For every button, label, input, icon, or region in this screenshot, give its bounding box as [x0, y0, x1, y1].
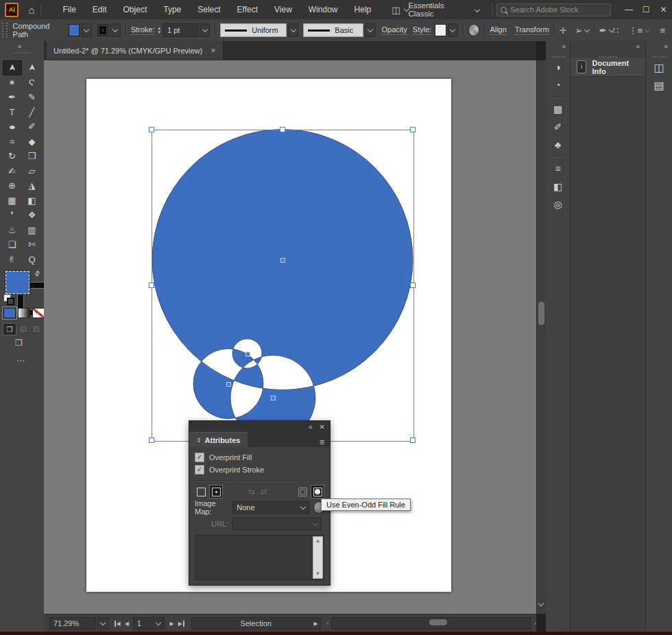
transform-button[interactable]: Transform	[515, 25, 549, 35]
stroke-weight-value[interactable]: 1 pt	[163, 23, 198, 37]
vertical-scrollbar-thumb[interactable]	[538, 302, 544, 325]
align-button[interactable]: Align	[490, 25, 506, 35]
column-graph-tool[interactable]: ▥	[23, 223, 41, 237]
control-panel-menu-icon[interactable]: ≡	[660, 25, 665, 36]
status-display-menu-icon[interactable]: ▶	[314, 621, 318, 627]
vertical-scrollbar[interactable]	[536, 60, 547, 614]
zoom-tool[interactable]: Q	[23, 252, 41, 266]
toolbar-grip[interactable]	[0, 41, 44, 53]
document-info-tab[interactable]: i Document Info	[571, 58, 645, 77]
dont-show-center-button[interactable]	[195, 486, 207, 498]
selection-handle[interactable]	[410, 127, 416, 132]
default-fill-stroke-icon[interactable]	[3, 294, 11, 302]
align-objects-icon[interactable]: ✛	[559, 25, 566, 36]
first-artboard-button[interactable]: ◀	[115, 621, 121, 627]
panel-grip[interactable]	[2, 23, 8, 38]
checkbox[interactable]: ✓	[195, 465, 204, 475]
panel-cycle-icon[interactable]: ⇕	[196, 437, 202, 444]
symbols-panel-icon[interactable]: ♣	[549, 136, 568, 153]
panel-menu-icon[interactable]: ≡	[320, 438, 324, 447]
collapse-toolbar-icon[interactable]: «	[18, 43, 22, 50]
libraries-panel-icon[interactable]: ▤	[649, 77, 669, 93]
selection-bbox[interactable]	[152, 130, 414, 442]
window-maximize-button[interactable]: ☐	[638, 5, 655, 14]
menu-item[interactable]: File	[63, 5, 76, 14]
variable-width-profile-dropdown[interactable]: Uniform	[220, 23, 287, 37]
draw-inside-button[interactable]: ◰	[30, 323, 43, 334]
menu-item[interactable]: Object	[123, 5, 147, 14]
status-display[interactable]: Selection ▶	[191, 617, 321, 630]
stroke-weight-dropdown-button[interactable]	[200, 23, 210, 37]
hand-tool[interactable]: ✌	[3, 252, 21, 266]
zoom-level-field[interactable]: 71.29%	[49, 617, 96, 630]
menu-item[interactable]: Window	[309, 5, 338, 14]
artboard-tool[interactable]: ❏	[3, 238, 21, 252]
tab-attributes[interactable]: ⇕ Attributes	[189, 432, 248, 447]
use-nonzero-winding-fill-rule-button[interactable]	[296, 486, 309, 498]
stroke-weight-label[interactable]: Stroke:	[131, 25, 155, 35]
image-map-dropdown[interactable]: None	[232, 501, 309, 514]
menu-item[interactable]: Effect	[237, 5, 258, 14]
selection-handle[interactable]	[149, 438, 154, 443]
menu-item[interactable]: Edit	[93, 5, 107, 14]
style-dropdown-button[interactable]	[448, 23, 458, 37]
lasso-tool[interactable]: Ϛ	[23, 75, 41, 89]
menu-item[interactable]: View	[274, 5, 292, 14]
app-logo-icon[interactable]: Ai	[5, 3, 19, 17]
scroll-right-icon[interactable]: ›	[534, 620, 536, 627]
use-even-odd-fill-rule-button[interactable]	[311, 485, 324, 499]
dock-grip[interactable]	[646, 55, 672, 58]
color-guide-panel-icon[interactable]: ◔	[549, 77, 568, 93]
opacity-label[interactable]: Opacity	[382, 25, 407, 35]
artboard-number-field[interactable]: 1	[133, 617, 165, 630]
selection-handle[interactable]	[280, 127, 285, 132]
dock-grip[interactable]	[546, 55, 570, 58]
change-screen-mode-icon[interactable]: ❐	[15, 338, 23, 348]
panel-scrollbar[interactable]: ▲ ▼	[313, 536, 323, 579]
transparency-panel-icon[interactable]: ◎	[549, 196, 568, 213]
chevron-down-icon[interactable]	[584, 26, 590, 32]
scroll-down-icon[interactable]: ▼	[315, 571, 321, 577]
brush-definition-dropdown[interactable]: Basic	[303, 23, 363, 37]
select-similar-objects-icon[interactable]: ➢	[575, 25, 582, 36]
selection-tool[interactable]: ➤	[3, 60, 22, 75]
style-swatch[interactable]	[435, 24, 446, 36]
selection-handle[interactable]	[410, 283, 416, 288]
mesh-tool[interactable]: ▦	[3, 193, 21, 207]
stroke-weight-stepper[interactable]: ▴▾	[158, 26, 161, 34]
arrange-documents-icon[interactable]: ◫	[392, 5, 400, 15]
next-artboard-button[interactable]: ▶	[170, 621, 174, 627]
eraser-tool[interactable]: ◆	[23, 134, 41, 148]
collapse-panel-icon[interactable]: «	[309, 423, 313, 431]
fill-dropdown-button[interactable]	[81, 23, 91, 37]
scroll-left-icon[interactable]: ›	[326, 620, 328, 627]
stroke-color-swatch[interactable]	[97, 24, 108, 36]
brush-dropdown-button[interactable]	[365, 23, 375, 37]
stroke-panel-icon[interactable]: ≡	[549, 160, 568, 177]
checkbox[interactable]: ✓	[195, 453, 204, 462]
paintbrush-tool[interactable]: ✐	[23, 120, 41, 134]
collapse-dock-icon[interactable]: «	[664, 43, 668, 50]
home-icon[interactable]: ⌂	[28, 4, 34, 16]
horizontal-scrollbar-thumb[interactable]	[429, 619, 447, 625]
magic-wand-tool[interactable]: ✶	[3, 75, 21, 89]
horizontal-scrollbar[interactable]	[331, 617, 531, 630]
shape-builder-tool[interactable]: ⊕	[3, 179, 21, 193]
blend-tool[interactable]: ❖	[23, 208, 41, 222]
arrange-panel-icon[interactable]: ⋮≡	[628, 25, 643, 36]
selection-handle[interactable]	[149, 283, 154, 288]
collapse-dock-icon[interactable]: «	[562, 43, 566, 50]
color-panel-icon[interactable]: ◑	[549, 59, 568, 75]
last-artboard-button[interactable]: ▶	[178, 621, 184, 627]
tab-close-icon[interactable]: ✕	[211, 47, 216, 54]
canvas-area[interactable]: « ✕ ⇕ Attributes ≡ ✓ Overprint Fill ✓	[44, 60, 536, 614]
line-segment-tool[interactable]: ╱	[23, 105, 41, 119]
scale-tool[interactable]: ❒	[23, 149, 41, 163]
window-close-button[interactable]: ✕	[655, 5, 672, 14]
menu-item[interactable]: Select	[197, 5, 220, 14]
recolor-artwork-icon[interactable]	[468, 24, 479, 36]
eyedropper-tool[interactable]: ❜	[3, 208, 21, 222]
curvature-tool[interactable]: ✎	[23, 91, 41, 104]
close-panel-icon[interactable]: ✕	[320, 423, 325, 431]
swatches-panel-icon[interactable]: ▩	[549, 101, 568, 117]
